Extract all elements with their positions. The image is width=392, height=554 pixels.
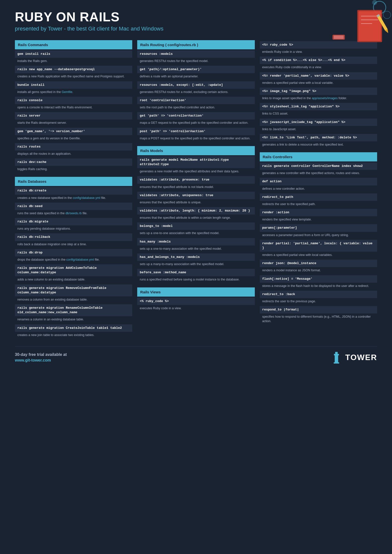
command-desc: links to JavaScript asset. bbox=[260, 126, 377, 133]
command-block: render partial: 'partial_name', locals: … bbox=[260, 239, 377, 259]
command-block: rails db:migrateruns any pending databas… bbox=[15, 217, 132, 232]
command-title: gem 'gem_name', '~> version_number' bbox=[15, 128, 132, 135]
command-title: has_and_belongs_to_many :models bbox=[137, 253, 255, 261]
command-desc: runs the seed data specified in the db/s… bbox=[15, 210, 132, 217]
tower-icon bbox=[330, 351, 343, 364]
command-block: render :actionrenders the specified view… bbox=[260, 208, 377, 223]
command-title: validates :attribute, uniqueness: true bbox=[137, 192, 255, 199]
svg-marker-9 bbox=[385, 29, 390, 34]
command-desc: renders a model instance as JSON format. bbox=[260, 267, 377, 274]
command-title: bundle install bbox=[15, 81, 132, 89]
page-subtitle: presented by Tower - the best Git client… bbox=[15, 25, 377, 33]
section-header-1-2: Rails Views bbox=[137, 287, 255, 297]
command-title: <%= link_to 'Link Text', path, method: :… bbox=[260, 134, 377, 141]
command-block: rails generate migration RenameColumnInT… bbox=[15, 303, 132, 323]
command-desc: ensures that the specified attribute is … bbox=[137, 215, 255, 221]
header: RUBY ON RAILS presented by Tower - the b… bbox=[15, 10, 377, 33]
command-title: respond_to |format| bbox=[260, 306, 377, 313]
section-header-0-1: Rails Databases bbox=[15, 177, 132, 186]
command-title: <% if condition %>...<% else %>...<% end… bbox=[260, 57, 377, 64]
command-block: <% ruby_code %>executes Ruby code in a v… bbox=[137, 297, 255, 312]
command-block: redirect_to pathredirects the user to th… bbox=[260, 192, 377, 208]
command-desc: links to image asset specified in the ap… bbox=[260, 95, 377, 102]
command-title: rails server bbox=[15, 112, 132, 120]
command-block: rails db:rollbackrolls back a database m… bbox=[15, 232, 132, 248]
command-title: rails new app_name --database=postgresql bbox=[15, 66, 132, 73]
command-title: rails generate migration CreateJoinTable… bbox=[15, 324, 132, 332]
command-desc: renames a column in an existing database… bbox=[15, 316, 132, 323]
svg-rect-11 bbox=[332, 35, 345, 40]
command-desc: defines a new controller action. bbox=[260, 185, 377, 192]
desc-link[interactable]: db/seeds.rb bbox=[65, 212, 82, 215]
command-block: <%= ruby_code %>embeds Ruby code in a vi… bbox=[260, 40, 377, 56]
desc-link[interactable]: app/assets/images bbox=[312, 96, 338, 100]
command-block: rails generate migration AddColumnToTabl… bbox=[15, 263, 132, 283]
command-title: get 'path(/:optional_parameter)' bbox=[137, 66, 255, 73]
command-title: <%= render 'partial_name', variable: val… bbox=[260, 72, 377, 80]
command-desc: renders the specified view template. bbox=[260, 216, 377, 223]
command-desc: generates RESTful routes for a model, ex… bbox=[137, 89, 255, 96]
command-title: redirect_to :back bbox=[260, 291, 377, 298]
footer-trial: 30-day free trial available at www.git-t… bbox=[15, 352, 67, 363]
desc-link[interactable]: Gemfile bbox=[62, 90, 72, 94]
command-block: <%= render 'partial_name', variable: val… bbox=[260, 71, 377, 87]
command-title: rails db:seed bbox=[15, 203, 132, 210]
command-desc: generates RESTful routes for the specifi… bbox=[137, 58, 255, 65]
trial-text: 30-day free trial available at bbox=[15, 352, 67, 357]
svg-rect-8 bbox=[376, 14, 388, 31]
command-title: belongs_to :model bbox=[137, 222, 255, 230]
command-block: redirect_to :backredirects the user to t… bbox=[260, 290, 377, 305]
command-title: gem install rails bbox=[15, 50, 132, 58]
command-block: rails generate controller ControllerName… bbox=[260, 161, 377, 177]
desc-link[interactable]: config/database.yml bbox=[66, 258, 94, 261]
command-title: rails console bbox=[15, 97, 132, 104]
command-desc: redirects the user to the previous page. bbox=[260, 298, 377, 305]
command-desc: adds a new column to an existing databas… bbox=[15, 276, 132, 283]
section-header-0-0: Rails Commands bbox=[15, 40, 132, 49]
command-block: rails generate migration CreateJoinTable… bbox=[15, 323, 132, 339]
command-block: gem 'gem_name', '~> version_number'speci… bbox=[15, 127, 132, 142]
command-desc: defines a route with an optional paramet… bbox=[137, 73, 255, 80]
command-block: before_save :method_nameruns a specified… bbox=[137, 268, 255, 283]
command-block: rails dev:cachetoggles Rails caching. bbox=[15, 157, 132, 173]
command-title: <%= ruby_code %> bbox=[260, 41, 377, 49]
command-title: redirect_to path bbox=[260, 193, 377, 201]
tower-logo: TOWER bbox=[330, 351, 377, 364]
command-desc: runs any pending database migrations. bbox=[15, 225, 132, 232]
command-block: def actiondefines a new controller actio… bbox=[260, 177, 377, 192]
command-block: bundle installinstalls all gems specifie… bbox=[15, 80, 132, 96]
command-desc: drops the database specified in the conf… bbox=[15, 256, 132, 263]
column-0: Rails Commandsgem install railsinstalls … bbox=[15, 40, 132, 339]
command-desc: embeds Ruby code in a view. bbox=[260, 49, 377, 56]
desc-link[interactable]: config/database.yml bbox=[73, 196, 100, 200]
main-content: Rails Commandsgem install railsinstalls … bbox=[15, 40, 377, 339]
command-desc: starts the Rails development server. bbox=[15, 120, 132, 126]
command-block: has_many :modelssets up a one-to-many as… bbox=[137, 237, 255, 252]
svg-rect-14 bbox=[334, 354, 339, 355]
command-block: <% if condition %>...<% else %>...<% end… bbox=[260, 56, 377, 71]
command-desc: toggles Rails caching. bbox=[15, 166, 132, 173]
command-block: validates :attribute, uniqueness: trueen… bbox=[137, 191, 255, 206]
command-desc: generates a new model with the specified… bbox=[137, 168, 255, 175]
command-title: rails generate migration AddColumnToTabl… bbox=[15, 264, 132, 276]
command-desc: redirects the user to the specified path… bbox=[260, 201, 377, 208]
command-title: rails routes bbox=[15, 143, 132, 151]
command-desc: creates a new Rails application with the… bbox=[15, 73, 132, 80]
command-block: <%= link_to 'Link Text', path, method: :… bbox=[260, 133, 377, 148]
command-block: rails db:dropdrops the database specifie… bbox=[15, 248, 132, 263]
footer-url[interactable]: www.git-tower.com bbox=[15, 358, 67, 363]
command-desc: removes a column from an existing databa… bbox=[15, 296, 132, 303]
command-desc: maps a GET request to the specified path… bbox=[137, 120, 255, 126]
command-desc: executes Ruby code in a view. bbox=[137, 305, 255, 312]
command-title: params[:parameter] bbox=[260, 224, 377, 232]
command-desc: installs the Rails gem. bbox=[15, 58, 132, 65]
command-desc: executes Ruby code conditionally in a vi… bbox=[260, 64, 377, 71]
command-title: rails generate controller ControllerName… bbox=[260, 162, 377, 170]
svg-rect-13 bbox=[335, 352, 338, 354]
command-desc: runs a specified method before saving a … bbox=[137, 276, 255, 283]
command-block: rails db:seedruns the seed data specifie… bbox=[15, 202, 132, 217]
command-title: rails db:drop bbox=[15, 249, 132, 256]
command-desc: installs all gems specified in the Gemfi… bbox=[15, 89, 132, 96]
command-title: resources :models, except: [:edit, :upda… bbox=[137, 81, 255, 89]
command-desc: renders a specified partial view with lo… bbox=[260, 252, 377, 259]
